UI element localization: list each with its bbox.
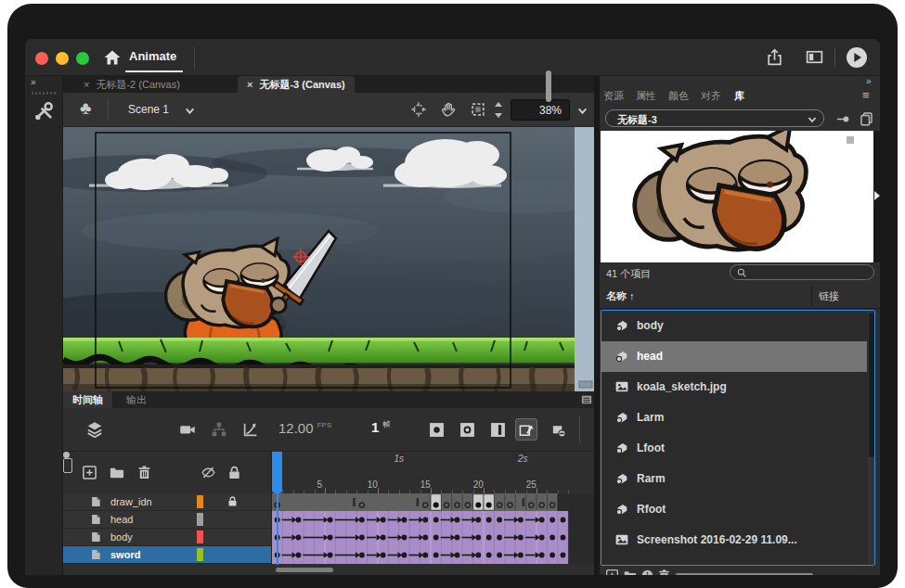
layer-track-head[interactable] [272,511,595,529]
layer-outline-color-swatch[interactable] [197,495,203,508]
layer-parenting-icon[interactable] [210,420,228,439]
library-item-Larm[interactable]: Larm [601,403,867,433]
close-tab-icon[interactable]: × [84,79,89,90]
zoom-chevron-down-icon[interactable] [576,105,588,117]
library-item-koala-sketch-jpg[interactable]: koala_sketch.jpg [601,372,867,403]
item-properties-icon[interactable] [640,569,654,575]
doc-tab-untitled-2[interactable]: × 无标题-2 (Canvas) [74,76,189,93]
library-scrollbar-thumb[interactable] [869,313,874,457]
library-search-input[interactable] [730,264,874,280]
layer-row-sword[interactable]: sword [63,546,595,564]
column-header-linkage[interactable]: 链接 [819,289,839,303]
close-tab-icon[interactable]: × [247,79,252,90]
stage-viewport[interactable] [63,127,595,391]
zoom-stepper[interactable] [495,100,504,120]
library-document-select[interactable]: 无标题-3 [605,109,824,127]
hide-layers-icon[interactable] [200,465,216,480]
outline-color-dot-icon[interactable] [63,452,70,458]
edit-toolbar-icon[interactable] [32,99,56,122]
library-item-Rarm[interactable]: Rarm [601,464,867,494]
scene-name[interactable]: Scene 1 [128,103,169,116]
library-item-head[interactable]: head [601,341,867,372]
doc-tab-untitled-3[interactable]: × 无标题-3 (Canvas) [238,76,355,93]
insert-keyframe-button[interactable] [425,418,447,441]
layer-outline-color-swatch[interactable] [197,548,203,561]
app-tab-animate[interactable]: Animate [129,49,176,63]
share-icon[interactable] [765,47,784,67]
layer-row-draw_idn[interactable]: draw_idn [63,493,595,511]
layer-outline-color-swatch[interactable] [197,513,203,526]
tab-timeline[interactable]: 时间轴 [63,391,112,408]
library-item-Screenshot-2016-02-29-11-09-[interactable]: Screenshot 2016-02-29 11.09... [601,525,867,556]
tab-colors[interactable]: 颜色 [668,89,689,103]
camera-icon[interactable] [178,420,197,439]
frame-rate-value[interactable]: 12.00 FPS [278,420,331,436]
new-folder-icon[interactable] [109,465,124,480]
column-header-name[interactable]: 名称 ↑ [606,289,635,303]
stepper-up-icon[interactable] [495,102,502,107]
lock-layers-icon[interactable] [226,465,242,480]
tab-properties[interactable]: 属性 [636,89,656,103]
layer-row-head[interactable]: head [63,511,595,529]
new-layer-icon[interactable] [82,465,97,480]
minimize-window-button[interactable] [56,52,69,65]
layer-lock-icon[interactable] [226,495,239,507]
layer-outline-color-swatch[interactable] [197,530,203,543]
preview-play-icon[interactable] [874,191,880,200]
frame-ruler[interactable]: 5101520251s2s [272,452,595,493]
highlight-layer-icon[interactable] [63,458,72,473]
remove-frame-button[interactable] [547,418,569,441]
layer-name-cell[interactable]: sword [63,546,272,564]
pin-library-icon[interactable] [835,111,851,127]
tab-assets[interactable]: 资源 [603,89,624,103]
timeline-horizontal-scrollbar[interactable] [276,568,333,572]
layer-name-cell[interactable]: draw_idn [63,493,272,511]
playhead-line[interactable] [277,493,278,565]
clip-content-icon[interactable] [470,101,486,118]
library-item-Lfoot[interactable]: Lfoot [601,433,867,464]
layer-name-cell[interactable]: body [63,529,272,546]
edit-symbols-icon[interactable]: ♣ [80,98,91,119]
library-item-Rfoot[interactable]: Rfoot [601,494,867,525]
workspace-icon[interactable] [805,47,824,67]
library-horizontal-scrollbar[interactable] [676,573,813,575]
current-frame-value[interactable]: 1 帧 [371,419,391,435]
center-stage-icon[interactable] [410,101,427,118]
delete-item-icon[interactable] [657,569,671,575]
auto-keyframe-button[interactable] [515,418,537,441]
tab-output[interactable]: 输出 [117,391,156,408]
timeline-panel-menu-icon[interactable] [581,394,592,405]
insert-frame-button[interactable] [486,418,509,441]
collapse-panel-chevrons[interactable]: » [866,76,871,86]
insert-blank-keyframe-button[interactable] [456,418,478,441]
column-divider[interactable] [811,286,812,306]
tab-library[interactable]: 库 [734,89,744,103]
stepper-down-icon[interactable] [495,113,502,118]
panel-menu-icon[interactable]: ≡ [862,90,875,101]
easing-graph-icon[interactable] [241,420,260,439]
new-symbol-icon[interactable] [605,569,619,575]
timeline-vertical-scrollbar[interactable] [546,70,551,102]
layer-track-sword[interactable] [272,546,595,564]
library-item-body[interactable]: body [601,311,867,341]
tab-align[interactable]: 对齐 [701,89,721,103]
tools-grip[interactable] [32,92,57,95]
library-item-list[interactable]: bodyheadkoala_sketch.jpgLarmLfootRarmRfo… [601,310,875,566]
home-icon[interactable] [103,48,122,67]
layer-row-body[interactable]: body [63,529,595,546]
delete-layer-icon[interactable] [136,465,152,480]
playhead-marker[interactable] [272,452,282,493]
test-movie-play-button[interactable] [846,46,868,69]
layer-track-body[interactable] [272,529,595,546]
layer-track-draw_idn[interactable] [272,493,595,511]
new-library-panel-icon[interactable] [859,110,874,126]
preview-stop-icon[interactable] [847,136,854,144]
scene-chevron-down-icon[interactable] [184,105,196,117]
expand-tools-chevrons[interactable]: » [31,77,35,87]
new-library-folder-icon[interactable] [623,569,637,575]
show-layers-icon[interactable] [85,420,104,439]
close-window-button[interactable] [35,52,48,65]
zoom-window-button[interactable] [76,52,89,65]
hand-tool-icon[interactable] [440,101,457,118]
zoom-level-field[interactable]: 38% [511,99,570,121]
